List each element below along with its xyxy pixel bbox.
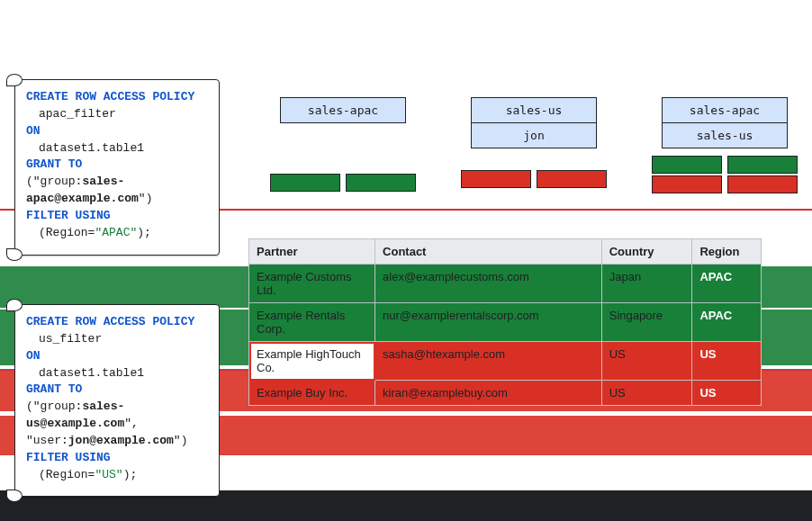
cell-contact: alex@examplecustoms.com	[375, 265, 602, 303]
cell-region: US	[692, 342, 762, 381]
group-col-both: sales-apac sales-us	[652, 97, 798, 193]
cell-region: APAC	[692, 265, 762, 303]
table-row: Example HighTouch Co.sasha@htexample.com…	[249, 342, 762, 381]
col-region: Region	[692, 239, 762, 265]
flag-sales-apac: sales-apac	[280, 97, 406, 123]
cell-region: US	[692, 381, 762, 406]
mini-table	[270, 174, 416, 192]
table-row: Example Buy Inc.kiran@examplebuy.comUSUS	[249, 381, 762, 406]
col-country: Country	[601, 239, 692, 265]
cell-country: Singapore	[601, 303, 692, 342]
mini-cell	[461, 170, 531, 188]
mini-table	[461, 170, 607, 188]
policy-card-us: CREATE ROW ACCESS POLICY us_filter ON da…	[14, 304, 220, 497]
group-col-us: sales-us jon	[461, 97, 607, 193]
group-col-apac: sales-apac	[270, 97, 416, 193]
table-row: Example Customs Ltd.alex@examplecustoms.…	[249, 265, 762, 303]
kw-grant: GRANT TO	[26, 382, 82, 396]
cell-partner: Example Rentals Corp.	[249, 303, 375, 342]
scroll-ornament	[6, 299, 23, 311]
dataset-table: Partner Contact Country Region Example C…	[248, 238, 762, 406]
scroll-ornament	[6, 74, 23, 86]
policy-grantees: ("group:sales-us@example.com",	[26, 399, 208, 433]
policy-grantees-2: "user:jon@example.com")	[26, 433, 208, 450]
scroll-ornament	[6, 248, 23, 261]
policy-filter-expr: (Region="US");	[26, 467, 208, 484]
cell-country: US	[601, 381, 692, 406]
cell-country: Japan	[601, 265, 692, 303]
cell-contact: sasha@htexample.com	[375, 342, 602, 381]
flag-jon: jon	[471, 123, 597, 148]
kw-on: ON	[26, 124, 41, 138]
table-row: Example Rentals Corp.nur@examplerentalsc…	[249, 303, 762, 342]
policy-target: dataset1.table1	[26, 140, 208, 157]
kw-on: ON	[26, 349, 41, 363]
col-contact: Contact	[375, 239, 602, 265]
flag-sales-apac: sales-apac	[662, 97, 788, 123]
cell-contact: kiran@examplebuy.com	[375, 381, 602, 406]
mini-cell	[727, 175, 798, 193]
mini-cell	[652, 156, 722, 174]
kw-create: CREATE ROW ACCESS POLICY	[26, 315, 194, 328]
cell-partner: Example Customs Ltd.	[249, 265, 375, 303]
mini-cell	[727, 156, 798, 174]
policy-name: us_filter	[26, 331, 208, 348]
policy-grantees: ("group:sales-apac@example.com")	[26, 174, 208, 208]
policy-name: apac_filter	[26, 106, 208, 123]
kw-filter: FILTER USING	[26, 209, 111, 222]
policy-card-apac: CREATE ROW ACCESS POLICY apac_filter ON …	[14, 79, 220, 256]
policy-target: dataset1.table1	[26, 365, 208, 382]
mini-cell	[652, 175, 722, 193]
mini-table	[652, 175, 798, 193]
flag-sales-us: sales-us	[471, 97, 597, 123]
cell-region: APAC	[692, 303, 762, 342]
mini-table	[652, 156, 798, 174]
kw-filter: FILTER USING	[26, 451, 111, 464]
kw-grant: GRANT TO	[26, 157, 82, 171]
mini-cell	[537, 170, 607, 188]
cell-contact: nur@examplerentalscorp.com	[375, 303, 602, 342]
mini-cell	[270, 174, 340, 192]
flag-sales-us: sales-us	[662, 123, 788, 148]
policy-filter-expr: (Region="APAC");	[26, 225, 208, 242]
group-flags-row: sales-apac sales-us jon sales-apac sales…	[270, 97, 798, 193]
cell-partner: Example HighTouch Co.	[249, 342, 375, 381]
cell-partner: Example Buy Inc.	[249, 381, 375, 406]
col-partner: Partner	[249, 239, 375, 265]
cell-country: US	[601, 342, 692, 381]
table-header-row: Partner Contact Country Region	[249, 239, 762, 265]
mini-cell	[346, 174, 416, 192]
kw-create: CREATE ROW ACCESS POLICY	[26, 90, 194, 103]
